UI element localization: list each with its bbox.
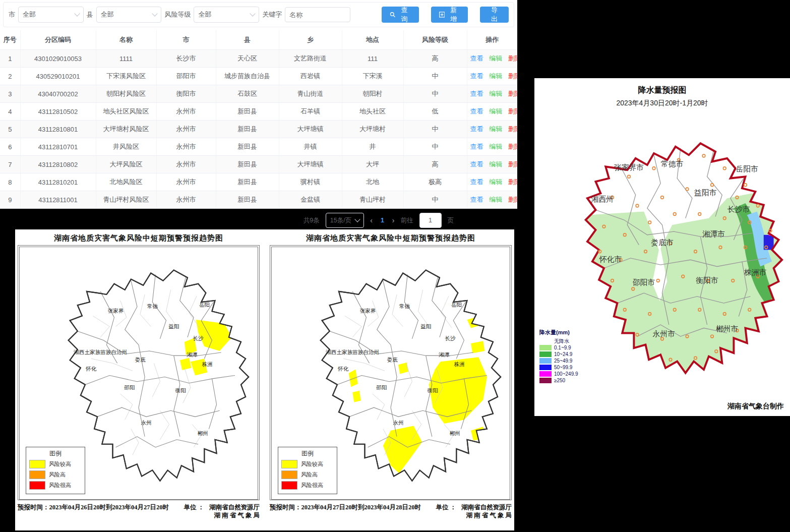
trend-map-title: 湖南省地质灾害气象风险中短期预警预报趋势图 [18, 233, 260, 243]
precip-legend-item: ≥250 [539, 377, 596, 384]
risk-select[interactable]: 全部 [194, 7, 259, 23]
view-link[interactable]: 查看 [470, 125, 483, 133]
table-row: 9 43112811001 青山坪村风险区 永州市 新田县 金盆镇 青山坪村 中… [0, 191, 517, 209]
cell-no: 1 [0, 50, 20, 68]
view-link[interactable]: 查看 [470, 143, 483, 150]
view-link[interactable]: 查看 [470, 107, 483, 115]
cell-city: 邵阳市 [156, 68, 216, 85]
cell-place: 地头社区 [342, 103, 403, 121]
search-button[interactable]: 查询 [382, 7, 418, 23]
precip-legend-items: 无降水 0.1~9.9 10~24.9 25~49.9 [539, 338, 596, 384]
precip-legend-label: 25~49.9 [554, 358, 572, 364]
cell-name: 井风险区 [96, 138, 156, 156]
edit-link[interactable]: 编辑 [489, 72, 502, 80]
edit-link[interactable]: 编辑 [489, 54, 502, 62]
svg-text:常德: 常德 [147, 303, 158, 309]
cell-no: 2 [0, 68, 20, 85]
svg-text:邵阳市: 邵阳市 [633, 278, 655, 286]
svg-text:郴州: 郴州 [450, 430, 460, 436]
svg-text:益阳市: 益阳市 [694, 189, 717, 197]
current-page[interactable]: 1 [379, 217, 386, 224]
table-header-row: 序号 分区编码 名称 市 县 乡 地点 风险等级 操作 [0, 30, 517, 50]
export-button[interactable]: 导出 [480, 7, 509, 23]
svg-text:郴州: 郴州 [198, 430, 208, 436]
view-link[interactable]: 查看 [470, 160, 483, 168]
edit-link[interactable]: 编辑 [489, 178, 502, 186]
precip-legend-label: 50~99.9 [554, 365, 572, 370]
add-button[interactable]: 新增 [431, 7, 468, 23]
cell-town: 骥村镇 [279, 173, 342, 191]
cell-county: 新田县 [216, 121, 279, 138]
legend-label: 风险很高 [301, 482, 323, 489]
view-link[interactable]: 查看 [470, 72, 483, 80]
unit-label: 单位 ： [184, 503, 204, 520]
keyword-input[interactable] [285, 7, 350, 22]
col-name: 名称 [96, 30, 156, 50]
cell-name: 下宋溪风险区 [96, 68, 156, 85]
chevron-down-icon [74, 11, 80, 16]
filter-bar: 市 全部 县 全部 风险等级 全部 关键字 查询 [3, 2, 514, 27]
cell-ops: 查看 编辑 删除 [467, 173, 517, 191]
delete-link[interactable]: 删除 [508, 125, 517, 133]
delete-link[interactable]: 删除 [508, 72, 517, 80]
svg-text:常德: 常德 [399, 303, 410, 309]
delete-link[interactable]: 删除 [508, 196, 517, 203]
svg-text:张家界: 张家界 [108, 308, 124, 314]
delete-link[interactable]: 删除 [508, 178, 517, 186]
city-filter-label: 市 [9, 10, 15, 19]
cell-city: 永州市 [156, 121, 216, 138]
svg-text:株洲: 株洲 [202, 361, 213, 367]
city-select[interactable]: 全部 [18, 7, 84, 23]
county-select-value: 全部 [101, 10, 114, 19]
legend-label: 风险较高 [301, 460, 323, 468]
next-page-button[interactable]: › [392, 216, 395, 224]
goto-page-input[interactable] [419, 213, 442, 228]
cell-city: 永州市 [156, 103, 216, 121]
unit-label: 单位 ： [436, 503, 456, 520]
delete-link[interactable]: 删除 [508, 160, 517, 168]
cell-risk: 中 [403, 68, 467, 85]
view-link[interactable]: 查看 [470, 196, 483, 203]
svg-text:株洲: 株洲 [454, 361, 465, 367]
delete-link[interactable]: 删除 [508, 143, 517, 150]
svg-text:岳阳: 岳阳 [451, 302, 462, 308]
precip-legend-swatch [539, 365, 552, 370]
svg-text:湘西州: 湘西州 [591, 195, 614, 203]
view-link[interactable]: 查看 [470, 54, 483, 62]
trend-map-figure-2: 湖南省地质灾害气象风险中短期预警预报趋势图 [270, 232, 512, 520]
precip-legend-swatch [539, 358, 552, 364]
map-frame: 张家界常德岳阳湘西土家族苗族自治州益阳长沙娄底湘潭株洲怀化邵阳衡阳永州郴州 图例… [18, 245, 260, 500]
cell-ops: 查看 编辑 删除 [467, 138, 517, 156]
edit-link[interactable]: 编辑 [489, 107, 502, 115]
svg-text:张家界市: 张家界市 [614, 163, 644, 171]
svg-text:张家界: 张家界 [360, 308, 376, 314]
edit-link[interactable]: 编辑 [489, 196, 502, 203]
delete-link[interactable]: 删除 [508, 107, 517, 115]
edit-link[interactable]: 编辑 [489, 90, 502, 97]
svg-text:益阳: 益阳 [168, 323, 179, 329]
view-link[interactable]: 查看 [470, 178, 483, 186]
cell-ops: 查看 编辑 删除 [467, 121, 517, 138]
edit-link[interactable]: 编辑 [489, 160, 502, 168]
page-size-select[interactable]: 15条/页 [326, 213, 364, 228]
page-unit-label: 页 [448, 216, 454, 225]
cell-town: 西岩镇 [279, 68, 342, 85]
view-link[interactable]: 查看 [470, 90, 483, 97]
delete-link[interactable]: 删除 [508, 54, 517, 62]
svg-text:长沙: 长沙 [445, 335, 456, 341]
edit-link[interactable]: 编辑 [489, 143, 502, 150]
goto-label: 前往 [401, 216, 413, 225]
search-icon [390, 12, 396, 18]
delete-link[interactable]: 删除 [508, 90, 517, 97]
trend-legend: 图例 风险较高 风险高 [278, 447, 337, 494]
prev-page-button[interactable]: ‹ [370, 216, 373, 224]
edit-link[interactable]: 编辑 [489, 125, 502, 133]
precip-legend-swatch [539, 378, 552, 383]
add-button-label: 新增 [447, 6, 460, 24]
svg-text:长沙市: 长沙市 [727, 205, 750, 213]
county-select[interactable]: 全部 [96, 7, 162, 23]
unit-line1: 湖南省自然资源厅 [461, 504, 512, 511]
legend-item: 风险高 [281, 470, 334, 479]
cell-ops: 查看 编辑 删除 [467, 50, 517, 68]
cell-county: 新田县 [216, 191, 279, 209]
